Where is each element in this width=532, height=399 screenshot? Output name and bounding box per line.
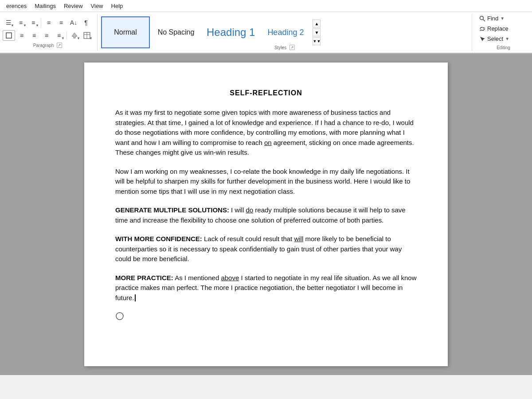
paragraph-mark-btn[interactable]: ¶ (80, 17, 92, 28)
styles-expand-icon[interactable]: ↗ (289, 45, 295, 50)
styles-section-label: Styles ↗ (274, 45, 295, 50)
underline-above: above (221, 274, 239, 282)
ribbon: erences Mailings Review View Help ☰▼ ≡▼ … (0, 0, 532, 54)
editing-panel: Find ▼ Replace Select ▼ Editing (472, 14, 529, 51)
svg-marker-6 (483, 27, 485, 28)
confidence-heading: WITH MORE CONFIDENCE: (115, 235, 202, 243)
document-area: SELF-REFLECTION As it was my first to ne… (0, 54, 532, 375)
paragraph-toolbar: ☰▼ ≡▼ ≡▼ ≡ ≡ A↓ ¶ ≡ ≡ (3, 14, 98, 51)
menu-references[interactable]: erences (3, 2, 30, 10)
styles-scroll-down-btn[interactable]: ▼ (313, 28, 321, 36)
editing-section-label: Editing (477, 45, 529, 50)
align-center-btn[interactable]: ≡ (55, 17, 67, 28)
underline-do: do (246, 206, 253, 214)
list-indent-dec-btn[interactable]: ≡▼ (15, 17, 27, 28)
svg-point-8 (116, 313, 123, 320)
align-left-btn[interactable]: ≡ (43, 17, 55, 28)
find-icon (479, 16, 485, 22)
select-btn[interactable]: Select ▼ (477, 35, 529, 43)
document-page: SELF-REFLECTION As it was my first to ne… (84, 63, 448, 366)
style-heading1-label: Heading 1 (207, 26, 255, 39)
generate-heading: GENERATE MULTIPLE SOLUTIONS: (115, 206, 229, 214)
svg-line-5 (483, 19, 485, 21)
paragraph-expand-icon[interactable]: ↗ (57, 43, 62, 48)
paragraph-5: MORE PRACTICE: As I mentioned above I st… (115, 273, 417, 303)
styles-area: Normal No Spacing Heading 1 Heading 2 (98, 14, 472, 51)
highlight-btn[interactable]: ▼ (69, 30, 80, 41)
styles-nav: ▲ ▼ ▼▼ (312, 19, 321, 46)
menu-view[interactable]: View (87, 2, 107, 10)
paragraph-section-label: Paragraph ↗ (3, 43, 93, 48)
styles-scroll-up-btn[interactable]: ▲ (313, 20, 321, 27)
align-all2-btn[interactable]: ≡ (41, 30, 52, 41)
toolbar-row2: ≡ ≡ ≡ ≡▼ ▼ ▼ (3, 30, 93, 41)
svg-point-4 (480, 16, 484, 20)
sort-btn[interactable]: A↓ (68, 17, 79, 28)
paragraph-1: As it was my first to negotiate some giv… (115, 108, 417, 158)
menu-review[interactable]: Review (60, 2, 86, 10)
style-no-spacing-box[interactable]: No Spacing (152, 16, 200, 48)
cursor-circle-indicator (115, 312, 417, 322)
underline-on: on (264, 139, 272, 146)
menu-mailings[interactable]: Mailings (31, 2, 59, 10)
border-outline-btn[interactable] (3, 30, 15, 41)
document-title: SELF-REFLECTION (115, 89, 417, 97)
select-icon (479, 36, 485, 42)
practice-heading: MORE PRACTICE: (115, 274, 173, 282)
toolbar-row1: ☰▼ ≡▼ ≡▼ ≡ ≡ A↓ ¶ (3, 17, 93, 28)
list-num-btn[interactable]: ≡▼ (53, 30, 65, 41)
svg-marker-7 (480, 29, 482, 31)
style-heading2-label: Heading 2 (267, 28, 304, 37)
list-bullet-btn[interactable]: ☰▼ (3, 17, 14, 28)
style-heading2-box[interactable]: Heading 2 (261, 16, 310, 48)
svg-rect-0 (6, 33, 12, 38)
menu-bar: erences Mailings Review View Help (0, 0, 532, 12)
replace-btn[interactable]: Replace (477, 25, 529, 32)
replace-icon (479, 26, 485, 32)
style-normal-label: Normal (114, 28, 137, 36)
indent-list-btn[interactable]: ≡ (16, 30, 27, 41)
menu-help[interactable]: Help (108, 2, 127, 10)
list-indent-inc-btn[interactable]: ≡▼ (27, 17, 39, 28)
paragraph-3: GENERATE MULTIPLE SOLUTIONS: I will do r… (115, 205, 417, 225)
style-heading1-box[interactable]: Heading 1 (202, 16, 259, 48)
align-all-btn[interactable]: ≡ (28, 30, 40, 41)
style-normal-box[interactable]: Normal (101, 16, 150, 48)
paragraph-4: WITH MORE CONFIDENCE: Lack of result cou… (115, 234, 417, 264)
paragraph-2: Now I am working on my weaknesses, I co-… (115, 167, 417, 197)
text-cursor (135, 294, 136, 301)
find-btn[interactable]: Find ▼ (477, 15, 529, 22)
styles-expand-btn[interactable]: ▼▼ (313, 37, 321, 45)
table-btn[interactable]: ▼ (81, 30, 93, 41)
underline-will: will (294, 235, 303, 243)
style-no-spacing-label: No Spacing (158, 28, 195, 36)
